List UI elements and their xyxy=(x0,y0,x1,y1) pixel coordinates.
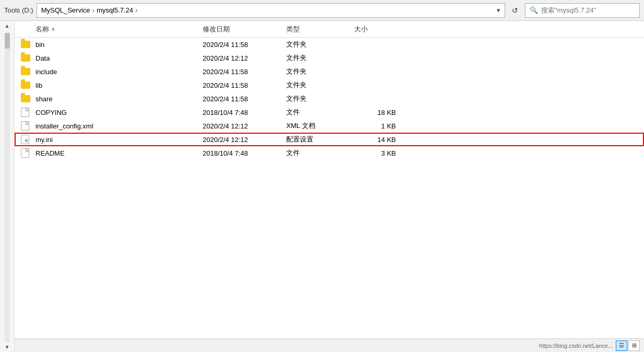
table-row[interactable]: include2020/2/4 11:58文件夹 xyxy=(15,65,644,78)
file-icon xyxy=(15,148,36,158)
file-icon xyxy=(15,135,36,144)
sidebar: ▲ ▼ xyxy=(0,21,15,352)
cell-type: 文件夹 xyxy=(286,53,354,63)
cell-filename: Data xyxy=(36,54,203,62)
cell-type: 文件 xyxy=(286,148,354,158)
view-icons: ☰ ⊞ xyxy=(616,341,640,351)
folder-icon xyxy=(21,81,30,89)
col-header-date[interactable]: 修改日期 xyxy=(203,25,286,34)
titlebar: Tools (D:) MySQL_Service › mysql5.7.24 ›… xyxy=(0,0,644,21)
cell-date: 2018/10/4 7:48 xyxy=(203,149,286,157)
file-icon xyxy=(15,41,36,48)
column-headers: 名称 ∧ 修改日期 类型 大小 xyxy=(15,21,644,38)
generic-file-icon xyxy=(21,148,29,158)
statusbar: https://blog.csdn.net/Lance... ☰ ⊞ xyxy=(15,338,644,352)
cell-size: 18 KB xyxy=(354,109,406,116)
file-icon xyxy=(15,108,36,117)
file-icon xyxy=(15,68,36,75)
generic-file-icon xyxy=(21,121,29,131)
breadcrumb-dropdown-arrow[interactable]: ▾ xyxy=(497,6,500,14)
cell-filename: lib xyxy=(36,81,203,89)
cell-type: 文件夹 xyxy=(286,94,354,103)
cell-date: 2020/2/4 12:12 xyxy=(203,54,286,62)
cell-date: 2020/2/4 11:58 xyxy=(203,68,286,76)
ini-file-icon xyxy=(21,135,29,144)
cell-filename: bin xyxy=(36,41,203,49)
table-row[interactable]: bin2020/2/4 11:58文件夹 xyxy=(15,38,644,51)
breadcrumb-mysql-version[interactable]: mysql5.7.24 xyxy=(97,6,133,14)
cell-size: 1 KB xyxy=(354,122,406,130)
col-header-name[interactable]: 名称 ∧ xyxy=(15,25,203,34)
table-row[interactable]: installer_config.xml2020/2/4 12:12XML 文档… xyxy=(15,119,644,133)
statusbar-url: https://blog.csdn.net/Lance... xyxy=(539,343,613,349)
search-input[interactable] xyxy=(541,6,625,14)
table-row[interactable]: share2020/2/4 11:58文件夹 xyxy=(15,92,644,105)
cell-filename: share xyxy=(36,95,203,103)
cell-type: 文件夹 xyxy=(286,80,354,90)
cell-date: 2020/2/4 11:58 xyxy=(203,95,286,103)
file-list: bin2020/2/4 11:58文件夹Data2020/2/4 12:12文件… xyxy=(15,38,644,338)
breadcrumb-mysql-service[interactable]: MySQL_Service xyxy=(41,6,90,14)
table-row[interactable]: my.ini2020/2/4 12:12配置设置14 KB xyxy=(15,133,644,146)
folder-icon xyxy=(21,95,30,102)
cell-date: 2020/2/4 12:12 xyxy=(203,136,286,144)
generic-file-icon xyxy=(21,108,29,117)
col-header-size[interactable]: 大小 xyxy=(354,25,406,34)
view-grid-button[interactable]: ⊞ xyxy=(628,341,640,351)
cell-filename: include xyxy=(36,68,203,76)
file-area: 名称 ∧ 修改日期 类型 大小 bin2020/2/4 11:58文件夹Data… xyxy=(15,21,644,352)
breadcrumb-sep-2: › xyxy=(135,6,137,14)
cell-filename: installer_config.xml xyxy=(36,122,203,130)
search-bar[interactable]: 🔍 xyxy=(525,3,640,18)
search-icon: 🔍 xyxy=(530,6,538,14)
col-sort-icon: ∧ xyxy=(51,26,55,32)
cell-filename: my.ini xyxy=(36,136,203,144)
col-header-type[interactable]: 类型 xyxy=(286,25,354,34)
breadcrumb-sep-1: › xyxy=(92,6,95,14)
cell-type: 文件夹 xyxy=(286,67,354,76)
folder-icon xyxy=(21,54,30,62)
table-row[interactable]: Data2020/2/4 12:12文件夹 xyxy=(15,51,644,65)
main-layout: ▲ ▼ 名称 ∧ 修改日期 类型 大小 bin2020/2/4 11:58文件夹… xyxy=(0,21,644,352)
sidebar-scroll-thumb xyxy=(5,33,10,49)
cell-size: 3 KB xyxy=(354,149,406,157)
file-icon xyxy=(15,54,36,62)
sidebar-down-arrow[interactable]: ▼ xyxy=(5,344,10,350)
cell-type: 文件 xyxy=(286,108,354,117)
cell-date: 2020/2/4 11:58 xyxy=(203,41,286,49)
cell-type: 文件夹 xyxy=(286,40,354,49)
cell-date: 2018/10/4 7:48 xyxy=(203,109,286,116)
breadcrumb-bar[interactable]: MySQL_Service › mysql5.7.24 › ▾ xyxy=(37,3,505,18)
table-row[interactable]: lib2020/2/4 11:58文件夹 xyxy=(15,78,644,92)
sidebar-up-arrow[interactable]: ▲ xyxy=(5,23,10,29)
col-name-label: 名称 xyxy=(36,25,49,34)
folder-icon xyxy=(21,41,30,48)
cell-size: 14 KB xyxy=(354,136,406,144)
table-row[interactable]: README2018/10/4 7:48文件3 KB xyxy=(15,146,644,160)
folder-icon xyxy=(21,68,30,75)
cell-filename: README xyxy=(36,149,203,157)
file-icon xyxy=(15,95,36,102)
cell-filename: COPYING xyxy=(36,109,203,116)
file-icon xyxy=(15,81,36,89)
cell-type: 配置设置 xyxy=(286,135,354,144)
cell-date: 2020/2/4 12:12 xyxy=(203,122,286,130)
file-icon xyxy=(15,121,36,131)
table-row[interactable]: COPYING2018/10/4 7:48文件18 KB xyxy=(15,105,644,119)
refresh-button[interactable]: ↺ xyxy=(508,4,522,17)
cell-date: 2020/2/4 11:58 xyxy=(203,81,286,89)
cell-type: XML 文档 xyxy=(286,121,354,131)
view-list-button[interactable]: ☰ xyxy=(616,341,627,351)
sidebar-scrollbar[interactable] xyxy=(5,33,10,342)
drive-label[interactable]: Tools (D:) xyxy=(4,6,33,14)
